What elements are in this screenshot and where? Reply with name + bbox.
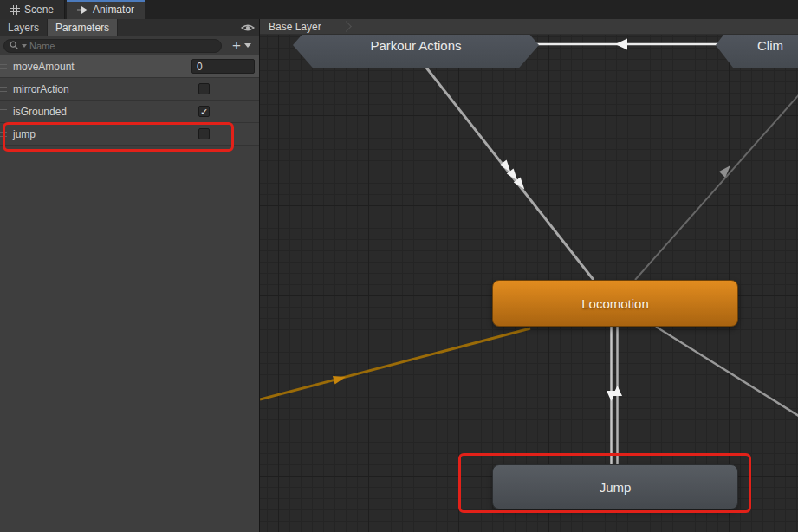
scene-grid-icon: [10, 5, 20, 15]
eye-icon[interactable]: [241, 23, 255, 36]
tab-layers[interactable]: Layers: [0, 19, 48, 36]
drag-handle-icon[interactable]: [0, 87, 7, 92]
search-field[interactable]: [3, 39, 222, 53]
search-filter-caret-icon[interactable]: [22, 44, 27, 48]
parameter-name: isGrounded: [13, 106, 191, 118]
add-parameter-caret-icon[interactable]: [244, 43, 251, 48]
transition-arrowhead-icon: [719, 165, 730, 178]
node-label: Clim: [757, 38, 783, 53]
chevron-right-icon: [341, 21, 352, 32]
node-label: Locomotion: [581, 296, 649, 311]
side-panel-tabs: Layers Parameters: [0, 19, 259, 36]
tab-scene[interactable]: Scene: [0, 0, 65, 19]
transition-locomotion-to-offscreen[interactable]: [656, 327, 798, 418]
node-label: Parkour Actions: [370, 38, 461, 53]
breadcrumb: Base Layer: [260, 19, 798, 35]
parameter-checkbox-unchecked[interactable]: [198, 83, 210, 94]
search-input[interactable]: [29, 41, 216, 51]
breadcrumb-base-layer[interactable]: Base Layer: [260, 21, 330, 33]
animator-side-panel: Layers Parameters + moveAmount: [0, 19, 260, 532]
parameter-row-jump[interactable]: jump: [0, 123, 259, 146]
node-locomotion[interactable]: Locomotion: [492, 280, 738, 327]
search-icon: [10, 38, 19, 54]
tab-animator[interactable]: Animator: [67, 0, 145, 19]
unity-animator-window: Scene Animator Layers Parameters: [0, 0, 798, 532]
parameter-row-isGrounded[interactable]: isGrounded ✓: [0, 101, 259, 123]
transition-locomotion-to-climbing[interactable]: [635, 69, 798, 280]
parameter-value-field[interactable]: [191, 59, 255, 74]
node-label: Jump: [600, 480, 632, 495]
transition-edges: [260, 19, 798, 532]
node-jump[interactable]: Jump: [492, 464, 738, 509]
drag-handle-icon[interactable]: [0, 132, 7, 137]
drag-handle-icon[interactable]: [0, 64, 7, 69]
parameter-search-row: +: [0, 36, 259, 55]
parameter-name: moveAmount: [13, 61, 191, 73]
tab-parameters[interactable]: Parameters: [48, 19, 118, 36]
parameter-row-mirrorAction[interactable]: mirrorAction: [0, 78, 259, 101]
transition-arrowhead-icon: [333, 376, 346, 385]
window-tab-bar: Scene Animator: [0, 0, 798, 19]
parameter-name: mirrorAction: [13, 83, 191, 95]
tab-animator-label: Animator: [93, 3, 134, 16]
animator-icon: [77, 5, 88, 15]
drag-handle-icon[interactable]: [0, 109, 7, 114]
animator-graph-canvas[interactable]: Parkour Actions Clim Locomotion Jump Bas…: [260, 19, 798, 532]
parameter-checkbox-unchecked[interactable]: [198, 128, 210, 139]
parameter-list: moveAmount mirrorAction isGrounded ✓ jum…: [0, 55, 259, 146]
parameter-row-moveAmount[interactable]: moveAmount: [0, 55, 259, 78]
transition-arrowhead-icon: [615, 39, 627, 50]
add-parameter-button[interactable]: +: [232, 38, 241, 53]
tab-scene-label: Scene: [24, 3, 54, 16]
parameter-name: jump: [13, 128, 191, 140]
parameter-checkbox-checked[interactable]: ✓: [198, 106, 210, 117]
transition-entry-to-locomotion[interactable]: [260, 328, 530, 399]
